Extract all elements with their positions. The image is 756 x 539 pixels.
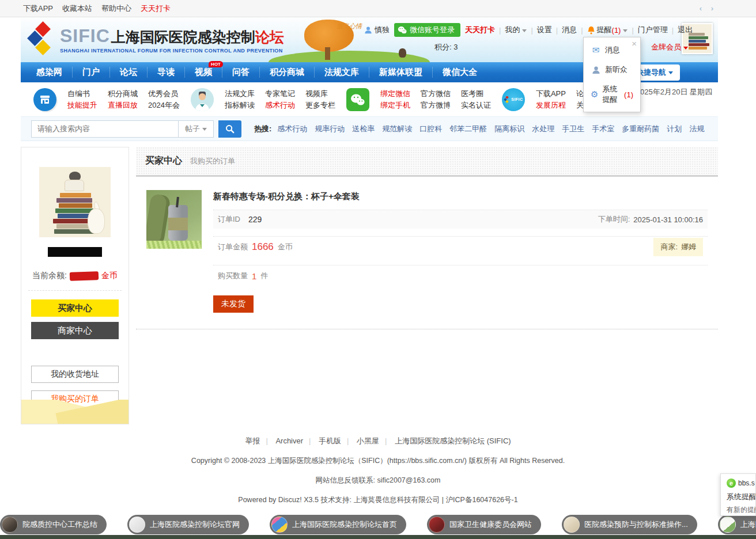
link-gengduozhuanlan[interactable]: 更多专栏 [305, 100, 335, 111]
hot-term[interactable]: 手卫生 [562, 124, 584, 134]
chevron-down-icon [668, 71, 673, 77]
username-link[interactable]: 慎独 [375, 25, 390, 35]
notice-menu-trigger[interactable]: 提醒(1) [587, 25, 628, 35]
hot-term[interactable]: 隔离标识 [494, 124, 524, 134]
search-button[interactable] [218, 120, 241, 138]
order-title[interactable]: 新春特惠专场-积分兑换：杯子+伞套装 [213, 191, 708, 202]
nav-weixindaquan[interactable]: 微信大全 [432, 67, 487, 78]
link-zhuanjiabiji[interactable]: 专家笔记 [265, 88, 295, 100]
hot-term[interactable]: 规范解读 [382, 124, 412, 134]
hot-term[interactable]: 规率行动 [315, 124, 345, 134]
link-zhibiaojiedu[interactable]: 指标解读 [225, 100, 255, 111]
link-jifenshangcheng[interactable]: 积分商城 [108, 88, 138, 100]
nav-xinmeitilianmeng[interactable]: 新媒体联盟 [369, 67, 432, 78]
notice-count: (1) [612, 26, 621, 35]
link-bangdingweixin[interactable]: 绑定微信 [380, 88, 410, 100]
nav-shipin[interactable]: 视频HOT [184, 67, 222, 78]
link-xiazaiapp[interactable]: 下载APP [536, 88, 566, 100]
link-2024nianhui[interactable]: 2024年会 [148, 100, 180, 111]
forum-home-link[interactable]: 上海国际医院感染控制论坛 (SIFIC) [395, 436, 511, 445]
seller-cell: 商家: 娜姆 [653, 238, 703, 256]
hot-term[interactable]: 感术行动 [277, 124, 307, 134]
wechat-login-button[interactable]: 微信账号登录 [394, 23, 460, 37]
nav-arrows-icon[interactable]: ‹ › [700, 4, 717, 13]
link-yikaoquan[interactable]: 医考圈 [461, 88, 491, 100]
link-guanfangweixin[interactable]: 官方微信 [421, 88, 451, 100]
nav-luntan[interactable]: 论坛 [109, 67, 147, 78]
tab-favicon [564, 517, 580, 533]
mobile-version-link[interactable]: 手机版 [319, 436, 341, 445]
hot-badge: HOT [209, 61, 223, 67]
seller-center-button[interactable]: 商家中心 [31, 322, 119, 339]
nav-faguiwenku[interactable]: 法规文库 [314, 67, 369, 78]
taskbar-tab[interactable]: 医院感染预防与控制标准操作... [562, 515, 697, 534]
hot-term[interactable]: 法规 [689, 124, 704, 134]
close-icon[interactable]: × [632, 39, 637, 48]
darkroom-link[interactable]: 小黑屋 [357, 436, 379, 445]
member-level-link[interactable]: 金牌会员 [651, 42, 688, 52]
order-amount-unit: 金币 [278, 242, 293, 252]
taskbar-tab[interactable]: 国家卫生健康委员会网站 [427, 515, 541, 534]
sidebar: 当前余额: 金币 买家中心 商家中心 我的收货地址 我购买的订单 返回商城首页 [21, 147, 129, 424]
hot-term[interactable]: 送检率 [352, 124, 375, 134]
logout-link[interactable]: 退出 [678, 25, 693, 35]
link-zibianshu[interactable]: 自编书 [67, 88, 97, 100]
taskbar-tab[interactable]: 院感质控中心工作总结 [0, 515, 107, 534]
hot-term[interactable]: 计划 [667, 124, 682, 134]
hot-term[interactable]: 水处理 [532, 124, 554, 134]
link-jinengtisheng[interactable]: 技能提升 [67, 100, 97, 111]
page-subtitle: 我购买的订单 [190, 156, 235, 166]
search-icon [225, 124, 235, 134]
search-input[interactable] [31, 120, 178, 138]
dropdown-item-new-listeners[interactable]: 新听众 [584, 60, 640, 79]
notice-dropdown: × ✉ 消息 新听众 ⚙ 系统提醒(1) [583, 37, 641, 112]
buyer-center-button[interactable]: 买家中心 [31, 299, 119, 317]
search-type-select[interactable]: 帖子 [178, 120, 214, 138]
taskbar-tab[interactable]: 上海医院感染控制论坛官网 [127, 515, 249, 534]
product-image[interactable] [146, 190, 202, 249]
popup-site: bbs.s [738, 479, 755, 487]
archiver-link[interactable]: Archiver [275, 436, 303, 445]
tab-favicon [2, 517, 18, 533]
hot-term[interactable]: 口腔科 [419, 124, 442, 134]
report-link[interactable]: 举报 [245, 436, 260, 445]
shipping-address-button[interactable]: 我的收货地址 [31, 366, 119, 383]
site-title-accent: 论坛 [255, 28, 284, 47]
taskbar-tab[interactable]: 上海国际医院感染控制论坛(...) [718, 515, 756, 534]
seller-name: 娜姆 [681, 242, 696, 252]
download-app-link[interactable]: 下载APP [23, 3, 53, 14]
search-row: 帖子 热搜: 感术行动 规率行动 送检率 规范解读 口腔科 邻苯二甲醛 隔离标识… [21, 117, 718, 141]
daily-checkin-link-2[interactable]: 天天打卡 [465, 25, 495, 35]
link-shipinku[interactable]: 视频库 [305, 88, 335, 100]
link-fazhanlicheng[interactable]: 发展历程 [536, 100, 566, 111]
nav-wenda[interactable]: 问答 [222, 67, 259, 78]
settings-link[interactable]: 设置 [537, 25, 552, 35]
site-logo[interactable]: SIFIC 上海国际医院感染控制 论坛 SHANGHAI INTERNATION… [29, 23, 284, 56]
link-ganshuxingdong[interactable]: 感术行动 [265, 100, 295, 111]
order-status-badge[interactable]: 未发货 [213, 295, 254, 313]
help-center-link[interactable]: 帮助中心 [101, 3, 131, 14]
popup-title: 系统提醒 [727, 492, 755, 502]
nav-jifenshangcheng[interactable]: 积分商城 [259, 67, 314, 78]
hot-term[interactable]: 邻苯二甲醛 [449, 124, 487, 134]
link-zhibohuifang[interactable]: 直播回放 [108, 100, 138, 111]
link-shimingrenzheng[interactable]: 实名认证 [461, 100, 491, 111]
nav-menhu[interactable]: 门户 [72, 67, 109, 78]
system-notice-popup[interactable]: e bbs.s 系统提醒 有新的提醒 [720, 473, 756, 516]
hot-term[interactable]: 手术室 [592, 124, 614, 134]
favorite-site-link[interactable]: 收藏本站 [62, 3, 92, 14]
link-youxiuhuiyuan[interactable]: 优秀会员 [148, 88, 180, 100]
link-bangdingshouji[interactable]: 绑定手机 [380, 100, 410, 111]
order-card: 新春特惠专场-积分兑换：杯子+伞套装 订单ID 229 下单时间: 2025-0… [136, 181, 718, 329]
link-faguiwenku[interactable]: 法规文库 [225, 88, 255, 100]
link-guanfangweibo[interactable]: 官方微博 [421, 100, 451, 111]
nav-ganranwang[interactable]: 感染网 [27, 67, 72, 78]
taskbar-tab[interactable]: 上海国际医院感染控制论坛首页 [270, 515, 406, 534]
daily-checkin-link[interactable]: 天天打卡 [141, 3, 171, 14]
messages-link[interactable]: 消息 [562, 25, 577, 35]
dropdown-item-system-notice[interactable]: ⚙ 系统提醒(1) [584, 79, 640, 109]
hot-term[interactable]: 多重耐药菌 [622, 124, 659, 134]
nav-daodu[interactable]: 导读 [147, 67, 184, 78]
portal-admin-link[interactable]: 门户管理 [638, 25, 668, 35]
my-menu[interactable]: 我的 [505, 25, 520, 35]
